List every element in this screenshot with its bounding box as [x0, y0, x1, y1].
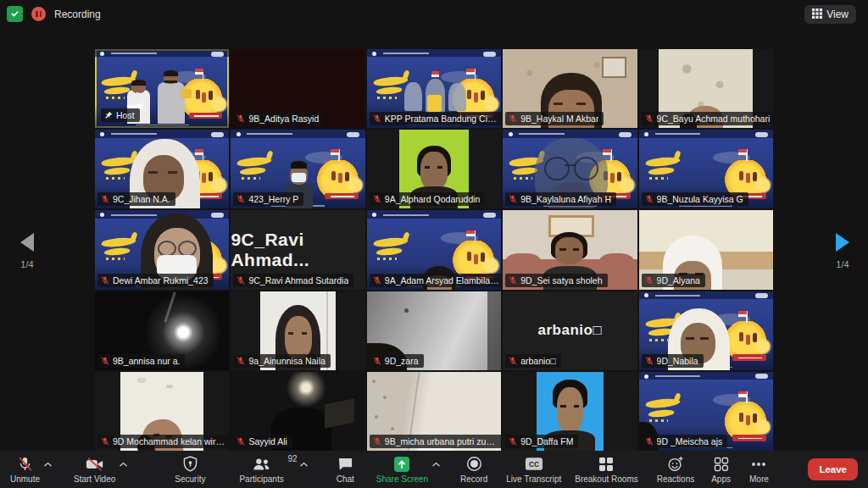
- participant-nameplate: 9B_Haykal M Akbar: [505, 112, 604, 125]
- recording-indicator-icon[interactable]: [31, 7, 46, 21]
- share-screen-icon: [393, 456, 410, 473]
- video-tile[interactable]: 423_Herry P: [231, 130, 364, 208]
- video-tile[interactable]: arbanio□arbanio□: [503, 291, 637, 370]
- video-tile[interactable]: 9D_zara: [367, 291, 501, 370]
- participant-name: 9B_Nuzula Kayyisa G: [657, 194, 743, 204]
- indonesia-flag: [738, 149, 747, 155]
- next-page-control: 1/4: [817, 233, 868, 269]
- participant-nameplate: KPP Pratama Bandung Cibe...: [370, 112, 501, 125]
- caret-up-icon[interactable]: [432, 455, 440, 470]
- caret-up-icon[interactable]: [120, 455, 127, 470]
- reactions-icon: [667, 456, 684, 473]
- mic-muted-icon: [17, 456, 33, 473]
- participant-name: 9D_Sei satya sholeh: [520, 275, 602, 286]
- participant-name: 9D_zara: [385, 356, 419, 366]
- muted-mic-icon: [509, 114, 517, 123]
- participant-nameplate: 423_Herry P: [233, 192, 303, 206]
- grid-view-icon: [812, 8, 822, 21]
- toolbar-share-screen-button[interactable]: Share Screen: [376, 451, 428, 488]
- meeting-toolbar: UnmuteStart VideoSecurityParticipants92C…: [0, 451, 868, 488]
- leave-button[interactable]: Leave: [808, 458, 858, 480]
- video-tile[interactable]: 9D_Daffa FM: [503, 372, 637, 451]
- prev-page-control: 1/4: [2, 233, 53, 269]
- apps-icon: [714, 456, 729, 473]
- record-icon: [466, 456, 482, 473]
- participants-count-badge: 92: [288, 454, 298, 463]
- view-button[interactable]: View: [804, 5, 856, 24]
- breakout-rooms-icon: [598, 456, 614, 473]
- video-tile[interactable]: 9a_Ainunnisa Naila: [231, 291, 364, 370]
- toolbar-participants-label: Participants: [239, 474, 283, 484]
- page-indicator: 1/4: [2, 259, 53, 269]
- participants-icon: [253, 456, 271, 473]
- video-tile[interactable]: 9A_Adam Arsyad Elambilakk...: [367, 210, 501, 289]
- muted-mic-icon: [645, 114, 654, 123]
- toolbar-chat-button[interactable]: Chat: [337, 451, 354, 488]
- indonesia-flag: [466, 69, 475, 75]
- video-tile[interactable]: 9D Mochammad kelan wiral...: [95, 372, 229, 451]
- participant-name: KPP Pratama Bandung Cibe...: [385, 114, 499, 124]
- muted-mic-icon: [101, 276, 109, 285]
- video-tile[interactable]: 9D_Nabila: [639, 291, 773, 370]
- view-label: View: [826, 8, 849, 20]
- toolbar-breakout-rooms-button[interactable]: Breakout Rooms: [575, 451, 637, 488]
- toolbar-start-video-button[interactable]: Start Video: [74, 451, 115, 488]
- muted-mic-icon: [645, 276, 654, 285]
- toolbar-security-button[interactable]: Security: [175, 451, 205, 488]
- video-tile[interactable]: Dewi Ambar Rukmi_423: [95, 210, 229, 289]
- muted-mic-icon: [645, 437, 654, 446]
- cc-icon: CC: [525, 456, 543, 473]
- toolbar-unmute-button[interactable]: Unmute: [10, 451, 40, 488]
- participant-name: 9C_Ravi Ahmad Sutardia: [248, 275, 348, 286]
- video-tile[interactable]: 9B_Aditya Rasyid: [231, 49, 364, 128]
- indonesia-flag: [331, 149, 339, 155]
- muted-mic-icon: [373, 195, 381, 203]
- toolbar-apps-button[interactable]: Apps: [711, 451, 731, 488]
- toolbar-participants-button[interactable]: Participants92: [239, 451, 295, 488]
- video-tile[interactable]: KPP Pratama Bandung Cibe...: [367, 49, 501, 128]
- prev-page-button[interactable]: [20, 233, 34, 252]
- muted-mic-icon: [373, 357, 381, 365]
- participant-name: 9D_Daffa FM: [520, 436, 573, 446]
- more-icon: [751, 456, 766, 473]
- participant-nameplate: 9D_Sei satya sholeh: [505, 274, 607, 287]
- video-tile[interactable]: 9B_Kaylaluna Afiyah H: [503, 130, 637, 208]
- participant-nameplate: 9A_Alphard Qodaruddin: [370, 192, 486, 206]
- video-tile[interactable]: 9C_Jihan N.A.: [95, 130, 229, 208]
- video-tile[interactable]: 9C_Bayu Achmad muthohari: [639, 49, 773, 128]
- participant-nameplate: 9A_Adam Arsyad Elambilakk...: [370, 274, 501, 287]
- recording-label: Recording: [54, 8, 101, 20]
- caret-up-icon[interactable]: [44, 455, 52, 470]
- video-tile[interactable]: 9D_Alyana: [639, 210, 773, 289]
- toolbar-more-button[interactable]: More: [749, 451, 769, 488]
- participant-name: 9D Mochammad kelan wiral...: [113, 436, 227, 446]
- video-tile[interactable]: 9A_Alphard Qodaruddin: [367, 130, 501, 208]
- toolbar-more-label: More: [749, 474, 769, 484]
- toolbar-record-label: Record: [460, 474, 487, 484]
- caret-up-icon[interactable]: [300, 455, 308, 470]
- video-tile-host[interactable]: Host: [95, 49, 229, 128]
- video-tile[interactable]: 9B_annisa nur a.: [95, 291, 229, 370]
- participant-name: 9B_Haykal M Akbar: [520, 114, 598, 124]
- toolbar-start-video-label: Start Video: [74, 474, 115, 484]
- top-bar: Recording View: [0, 0, 868, 29]
- video-tile[interactable]: 9B_Haykal M Akbar: [503, 49, 637, 128]
- toolbar-record-button[interactable]: Record: [460, 451, 487, 488]
- participant-name: 9C_Jihan N.A.: [113, 194, 170, 204]
- video-tile[interactable]: 9D _Meischa ajs: [639, 372, 773, 451]
- toolbar-reactions-button[interactable]: Reactions: [657, 451, 694, 488]
- video-tile[interactable]: 9D_Sei satya sholeh: [503, 210, 637, 289]
- participant-nameplate: 9a_Ainunnisa Naila: [233, 354, 330, 368]
- video-tile[interactable]: 9B_Nuzula Kayyisa G: [639, 130, 773, 208]
- video-tile[interactable]: Sayyid Ali: [231, 372, 364, 451]
- participant-name: 9a_Ainunnisa Naila: [248, 356, 325, 366]
- video-tile[interactable]: 9C_Ravi Ahmad...9C_Ravi Ahmad Sutardia: [231, 210, 364, 289]
- participant-name: 9C_Bayu Achmad muthohari: [657, 114, 771, 124]
- participant-name: Host: [116, 110, 135, 120]
- participant-name: 9D _Meischa ajs: [657, 436, 723, 446]
- security-shield-icon[interactable]: [7, 6, 23, 22]
- video-tile[interactable]: 9B_micha urbana putri zubb...: [367, 372, 501, 451]
- toolbar-live-transcript-button[interactable]: CCLive Transcript: [506, 451, 561, 488]
- next-page-button[interactable]: [836, 233, 849, 252]
- muted-mic-icon: [236, 195, 245, 203]
